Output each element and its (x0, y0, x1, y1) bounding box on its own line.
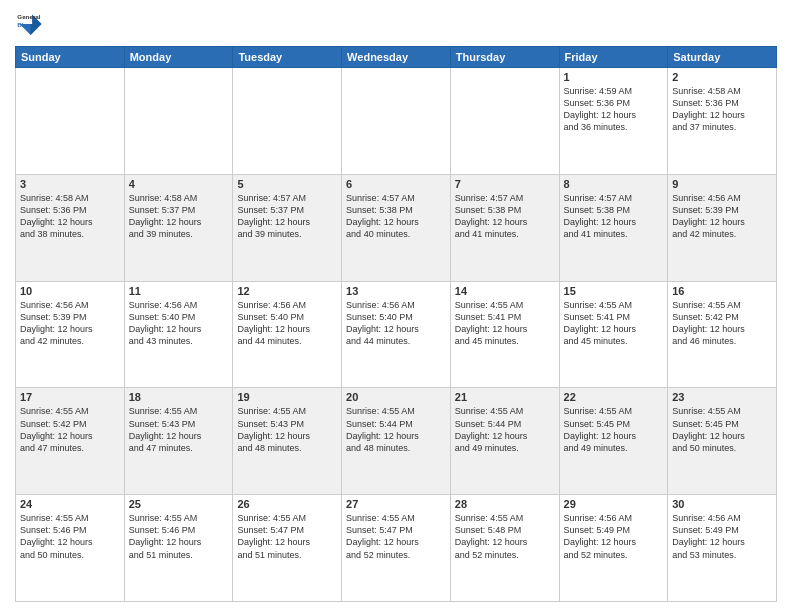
day-number: 5 (237, 178, 337, 190)
svg-text:Blue: Blue (17, 21, 31, 28)
day-cell-11: 11Sunrise: 4:56 AM Sunset: 5:40 PM Dayli… (124, 281, 233, 388)
day-cell-5: 5Sunrise: 4:57 AM Sunset: 5:37 PM Daylig… (233, 174, 342, 281)
week-row-5: 24Sunrise: 4:55 AM Sunset: 5:46 PM Dayli… (16, 495, 777, 602)
day-number: 9 (672, 178, 772, 190)
day-info: Sunrise: 4:56 AM Sunset: 5:40 PM Dayligh… (237, 299, 337, 348)
day-number: 23 (672, 391, 772, 403)
day-cell-22: 22Sunrise: 4:55 AM Sunset: 5:45 PM Dayli… (559, 388, 668, 495)
day-cell-empty (450, 68, 559, 175)
day-number: 29 (564, 498, 664, 510)
day-cell-29: 29Sunrise: 4:56 AM Sunset: 5:49 PM Dayli… (559, 495, 668, 602)
day-cell-6: 6Sunrise: 4:57 AM Sunset: 5:38 PM Daylig… (342, 174, 451, 281)
day-info: Sunrise: 4:58 AM Sunset: 5:36 PM Dayligh… (672, 85, 772, 134)
day-info: Sunrise: 4:55 AM Sunset: 5:44 PM Dayligh… (346, 405, 446, 454)
day-number: 27 (346, 498, 446, 510)
week-row-3: 10Sunrise: 4:56 AM Sunset: 5:39 PM Dayli… (16, 281, 777, 388)
weekday-header-friday: Friday (559, 47, 668, 68)
day-info: Sunrise: 4:56 AM Sunset: 5:39 PM Dayligh… (672, 192, 772, 241)
day-info: Sunrise: 4:55 AM Sunset: 5:42 PM Dayligh… (20, 405, 120, 454)
day-info: Sunrise: 4:57 AM Sunset: 5:38 PM Dayligh… (564, 192, 664, 241)
day-info: Sunrise: 4:58 AM Sunset: 5:37 PM Dayligh… (129, 192, 229, 241)
day-number: 6 (346, 178, 446, 190)
logo-icon: General Blue (15, 10, 43, 38)
day-info: Sunrise: 4:56 AM Sunset: 5:40 PM Dayligh… (346, 299, 446, 348)
day-info: Sunrise: 4:56 AM Sunset: 5:49 PM Dayligh… (672, 512, 772, 561)
day-cell-12: 12Sunrise: 4:56 AM Sunset: 5:40 PM Dayli… (233, 281, 342, 388)
day-number: 8 (564, 178, 664, 190)
day-number: 28 (455, 498, 555, 510)
day-info: Sunrise: 4:55 AM Sunset: 5:47 PM Dayligh… (346, 512, 446, 561)
day-info: Sunrise: 4:55 AM Sunset: 5:46 PM Dayligh… (129, 512, 229, 561)
day-cell-empty (342, 68, 451, 175)
day-info: Sunrise: 4:57 AM Sunset: 5:38 PM Dayligh… (346, 192, 446, 241)
day-cell-4: 4Sunrise: 4:58 AM Sunset: 5:37 PM Daylig… (124, 174, 233, 281)
day-cell-27: 27Sunrise: 4:55 AM Sunset: 5:47 PM Dayli… (342, 495, 451, 602)
week-row-1: 1Sunrise: 4:59 AM Sunset: 5:36 PM Daylig… (16, 68, 777, 175)
day-info: Sunrise: 4:56 AM Sunset: 5:49 PM Dayligh… (564, 512, 664, 561)
day-info: Sunrise: 4:55 AM Sunset: 5:41 PM Dayligh… (564, 299, 664, 348)
day-number: 10 (20, 285, 120, 297)
day-cell-7: 7Sunrise: 4:57 AM Sunset: 5:38 PM Daylig… (450, 174, 559, 281)
header: General Blue (15, 10, 777, 38)
day-cell-empty (124, 68, 233, 175)
day-number: 26 (237, 498, 337, 510)
day-info: Sunrise: 4:56 AM Sunset: 5:40 PM Dayligh… (129, 299, 229, 348)
day-number: 1 (564, 71, 664, 83)
logo: General Blue (15, 10, 47, 38)
weekday-header-monday: Monday (124, 47, 233, 68)
day-info: Sunrise: 4:57 AM Sunset: 5:38 PM Dayligh… (455, 192, 555, 241)
day-cell-15: 15Sunrise: 4:55 AM Sunset: 5:41 PM Dayli… (559, 281, 668, 388)
day-info: Sunrise: 4:55 AM Sunset: 5:44 PM Dayligh… (455, 405, 555, 454)
day-cell-28: 28Sunrise: 4:55 AM Sunset: 5:48 PM Dayli… (450, 495, 559, 602)
day-cell-empty (16, 68, 125, 175)
day-cell-16: 16Sunrise: 4:55 AM Sunset: 5:42 PM Dayli… (668, 281, 777, 388)
day-info: Sunrise: 4:55 AM Sunset: 5:42 PM Dayligh… (672, 299, 772, 348)
day-cell-9: 9Sunrise: 4:56 AM Sunset: 5:39 PM Daylig… (668, 174, 777, 281)
day-info: Sunrise: 4:55 AM Sunset: 5:46 PM Dayligh… (20, 512, 120, 561)
day-number: 14 (455, 285, 555, 297)
day-info: Sunrise: 4:56 AM Sunset: 5:39 PM Dayligh… (20, 299, 120, 348)
weekday-header-saturday: Saturday (668, 47, 777, 68)
day-number: 15 (564, 285, 664, 297)
day-number: 22 (564, 391, 664, 403)
day-number: 18 (129, 391, 229, 403)
day-info: Sunrise: 4:55 AM Sunset: 5:45 PM Dayligh… (672, 405, 772, 454)
day-number: 11 (129, 285, 229, 297)
day-number: 4 (129, 178, 229, 190)
day-cell-14: 14Sunrise: 4:55 AM Sunset: 5:41 PM Dayli… (450, 281, 559, 388)
day-number: 25 (129, 498, 229, 510)
day-cell-8: 8Sunrise: 4:57 AM Sunset: 5:38 PM Daylig… (559, 174, 668, 281)
svg-text:General: General (17, 13, 40, 20)
calendar-body: 1Sunrise: 4:59 AM Sunset: 5:36 PM Daylig… (16, 68, 777, 602)
day-info: Sunrise: 4:55 AM Sunset: 5:47 PM Dayligh… (237, 512, 337, 561)
day-cell-17: 17Sunrise: 4:55 AM Sunset: 5:42 PM Dayli… (16, 388, 125, 495)
weekday-header-wednesday: Wednesday (342, 47, 451, 68)
calendar-table: SundayMondayTuesdayWednesdayThursdayFrid… (15, 46, 777, 602)
day-info: Sunrise: 4:55 AM Sunset: 5:45 PM Dayligh… (564, 405, 664, 454)
weekday-row: SundayMondayTuesdayWednesdayThursdayFrid… (16, 47, 777, 68)
page: General Blue SundayMondayTuesdayWednesda… (0, 0, 792, 612)
day-number: 19 (237, 391, 337, 403)
day-number: 13 (346, 285, 446, 297)
day-info: Sunrise: 4:58 AM Sunset: 5:36 PM Dayligh… (20, 192, 120, 241)
day-cell-empty (233, 68, 342, 175)
day-info: Sunrise: 4:55 AM Sunset: 5:43 PM Dayligh… (237, 405, 337, 454)
day-number: 7 (455, 178, 555, 190)
day-number: 21 (455, 391, 555, 403)
day-cell-2: 2Sunrise: 4:58 AM Sunset: 5:36 PM Daylig… (668, 68, 777, 175)
weekday-header-tuesday: Tuesday (233, 47, 342, 68)
day-cell-26: 26Sunrise: 4:55 AM Sunset: 5:47 PM Dayli… (233, 495, 342, 602)
day-info: Sunrise: 4:55 AM Sunset: 5:41 PM Dayligh… (455, 299, 555, 348)
day-number: 16 (672, 285, 772, 297)
day-number: 17 (20, 391, 120, 403)
day-number: 3 (20, 178, 120, 190)
day-cell-25: 25Sunrise: 4:55 AM Sunset: 5:46 PM Dayli… (124, 495, 233, 602)
day-cell-1: 1Sunrise: 4:59 AM Sunset: 5:36 PM Daylig… (559, 68, 668, 175)
day-info: Sunrise: 4:57 AM Sunset: 5:37 PM Dayligh… (237, 192, 337, 241)
day-info: Sunrise: 4:55 AM Sunset: 5:43 PM Dayligh… (129, 405, 229, 454)
day-cell-21: 21Sunrise: 4:55 AM Sunset: 5:44 PM Dayli… (450, 388, 559, 495)
day-info: Sunrise: 4:59 AM Sunset: 5:36 PM Dayligh… (564, 85, 664, 134)
day-cell-19: 19Sunrise: 4:55 AM Sunset: 5:43 PM Dayli… (233, 388, 342, 495)
day-cell-30: 30Sunrise: 4:56 AM Sunset: 5:49 PM Dayli… (668, 495, 777, 602)
day-number: 2 (672, 71, 772, 83)
